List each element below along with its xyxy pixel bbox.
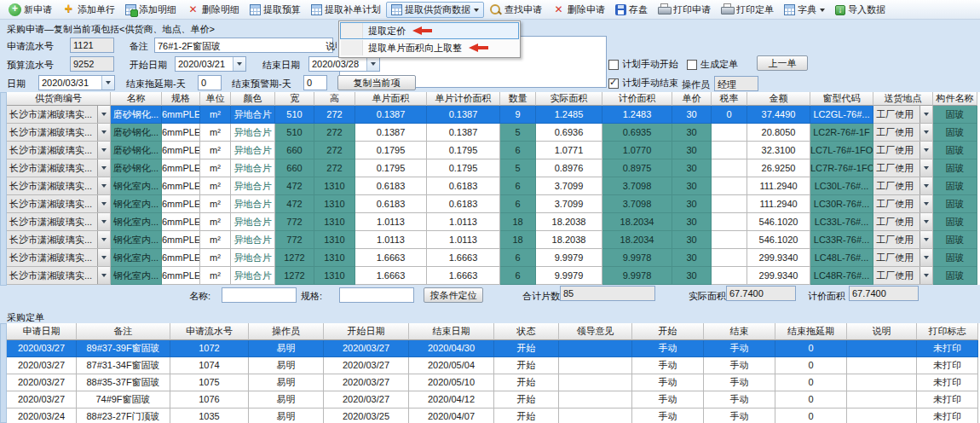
table-row[interactable]: 长沙市潇湘玻璃实...钢化室内...6mmPLE...m²异地合片4721310… [7,195,980,213]
column-header-end-mode[interactable]: 结束 [704,323,775,340]
end-date-combo[interactable]: 2020/03/28 [308,56,380,72]
column-header-end-delay[interactable]: 结束拖延期 [775,323,847,340]
manual-start-checkbox[interactable]: 计划手动开始 [608,58,678,71]
import-data-button[interactable]: 导入数据 [830,2,891,18]
column-header-request-date[interactable]: 申请日期 [7,323,77,340]
table-row[interactable]: 长沙市潇湘玻璃实...钢化室内...6mmPLE...m²异地合片7721310… [7,213,980,231]
chevron-down-icon[interactable] [919,159,932,177]
cell-supplier-no[interactable]: 长沙市潇湘玻璃实... [7,267,111,285]
cell-supplier-no[interactable]: 长沙市潇湘玻璃实... [7,249,111,267]
cell-delivery-place[interactable]: 工厂使用 [873,124,933,142]
chevron-down-icon[interactable] [919,195,932,212]
table-row[interactable]: 长沙市潇湘玻璃实...钢化室内...6mmPLE...m²异地合片1272131… [7,267,980,285]
column-header-remark[interactable]: 备注 [77,323,170,340]
table-row[interactable]: 长沙市潇湘玻璃实...磨砂钢化...6mmPLE...m²异地合片5102720… [7,106,980,124]
end-delay-field[interactable]: 0 [198,75,222,90]
operator-field[interactable]: 经理 [714,76,758,91]
generate-order-checkbox[interactable]: 生成定单 [687,58,738,71]
row-selector-strip[interactable] [0,92,7,286]
chevron-down-icon[interactable] [919,177,932,194]
column-header-amount[interactable]: 金额 [747,92,810,106]
table-row[interactable]: 2020/03/2488#23-27F门顶玻1035易明2020/03/2520… [7,409,980,423]
extract-supplement-plan-button[interactable]: 提取补单计划 [306,2,386,18]
cell-delivery-place[interactable]: 工厂使用 [873,249,933,267]
locate-by-condition-button[interactable]: 按条件定位 [424,287,483,303]
chevron-down-icon[interactable] [97,159,110,177]
new-request-button[interactable]: 新申请 [3,2,57,18]
column-header-spec[interactable]: 规格 [162,92,200,106]
remark-field[interactable]: 76#1-2F窗固玻 [154,38,333,53]
serial-field[interactable]: 1121 [70,38,114,53]
column-header-start-mode[interactable]: 开始 [632,323,704,340]
delete-detail-button[interactable]: 删除明细 [182,2,245,18]
table-row[interactable]: 2020/03/2774#9F窗固玻1076易明2020/03/272020/0… [7,391,980,409]
chevron-down-icon[interactable] [919,213,932,230]
filter-name-input[interactable] [222,287,297,303]
manual-end-checkbox[interactable]: 计划手动结束 [608,77,678,90]
chevron-down-icon[interactable] [919,106,932,123]
chevron-down-icon[interactable] [97,177,110,194]
chevron-down-icon[interactable] [474,9,479,14]
chevron-down-icon[interactable] [97,106,110,123]
table-row[interactable]: 长沙市潇湘玻璃实...磨砂钢化...6mmPLE...m²异地合片6602720… [7,159,980,177]
chevron-down-icon[interactable] [97,142,110,159]
save-button[interactable]: 存盘 [610,2,653,18]
cell-supplier-no[interactable]: 长沙市潇湘玻璃实... [7,231,111,249]
column-header-actual-area[interactable]: 实际面积 [536,92,602,106]
print-order-button[interactable]: 打印定单 [716,2,779,18]
cell-delivery-place[interactable]: 工厂使用 [873,213,933,231]
column-header-piece-price-area[interactable]: 单片计价面积 [427,92,500,106]
chevron-down-icon[interactable] [101,76,114,90]
column-header-piece-area[interactable]: 单片面积 [355,92,427,106]
column-header-operator[interactable]: 操作员 [249,323,324,340]
chevron-down-icon[interactable] [97,213,110,230]
column-header-priced-area[interactable]: 计价面积 [602,92,672,106]
cell-supplier-no[interactable]: 长沙市潇湘玻璃实... [7,124,111,142]
extract-budget-button[interactable]: 提取预算 [245,2,306,18]
table-row[interactable]: 长沙市潇湘玻璃实...磨砂钢化...6mmPLE...m²异地合片5102720… [7,124,980,142]
column-header-end-date[interactable]: 结束日期 [409,323,494,340]
cell-delivery-place[interactable]: 工厂使用 [873,195,933,213]
row-selector-strip[interactable] [0,323,7,423]
table-row[interactable]: 长沙市潇湘玻璃实...磨砂钢化...6mmPLE...m²异地合片6602720… [7,142,980,159]
table-row[interactable]: 长沙市潇湘玻璃实...钢化室内...6mmPLE...m²异地合片4721310… [7,177,980,195]
column-header-width[interactable]: 宽 [275,92,314,106]
column-header-component-name[interactable]: 构件名称 [933,92,977,106]
chevron-down-icon[interactable] [97,195,110,212]
cell-supplier-no[interactable]: 长沙市潇湘玻璃实... [7,106,111,124]
column-header-delivery-place[interactable]: 送货地点 [873,92,933,106]
column-header-leader-opinion[interactable]: 领导意见 [559,323,632,340]
column-header-window-code[interactable]: 窗型代码 [810,92,873,106]
column-header-status[interactable]: 状态 [494,323,559,340]
menu-item-extract-pricing[interactable]: 提取定价 [340,22,519,39]
table-row[interactable]: 长沙市潇湘玻璃实...钢化室内...6mmPLE...m²异地合片1272131… [7,249,980,267]
table-row[interactable]: 长沙市潇湘玻璃实...钢化室内...6mmPLE...m²异地合片7721310… [7,231,980,249]
chevron-down-icon[interactable] [97,231,110,248]
chevron-down-icon[interactable] [919,231,932,248]
previous-order-button[interactable]: 上一单 [757,55,808,71]
cell-delivery-place[interactable]: 工厂使用 [873,177,933,195]
column-header-height[interactable]: 高 [314,92,355,106]
chevron-down-icon[interactable] [820,9,825,14]
column-header-unit-price[interactable]: 单价 [672,92,712,106]
chevron-down-icon[interactable] [97,267,110,284]
add-row-button[interactable]: 添加单行 [57,2,120,18]
copy-current-button[interactable]: 复制当前项 [337,75,416,90]
cell-delivery-place[interactable]: 工厂使用 [873,267,933,285]
cell-supplier-no[interactable]: 长沙市潇湘玻璃实... [7,177,111,195]
chevron-down-icon[interactable] [919,142,932,159]
column-header-unit[interactable]: 单位 [200,92,231,106]
cell-supplier-no[interactable]: 长沙市潇湘玻璃实... [7,159,111,177]
column-header-tax-rate[interactable]: 税率 [712,92,747,106]
cell-delivery-place[interactable]: 工厂使用 [873,159,933,177]
extract-supplier-data-button[interactable]: 提取供货商数据 [386,2,484,18]
table-row[interactable]: 2020/03/2788#35-37F窗固玻1075易明2020/03/2720… [7,374,980,391]
column-header-color[interactable]: 颜色 [231,92,275,106]
column-header-name[interactable]: 名称 [111,92,162,106]
menu-item-extract-unit-area-round-up[interactable]: 提取单片面积向上取整 [340,39,519,56]
delete-request-button[interactable]: 删除申请 [547,2,610,18]
chevron-down-icon[interactable] [919,249,932,266]
chevron-down-icon[interactable] [97,124,110,141]
cell-delivery-place[interactable]: 工厂使用 [873,231,933,249]
print-request-button[interactable]: 打印申请 [653,2,716,18]
